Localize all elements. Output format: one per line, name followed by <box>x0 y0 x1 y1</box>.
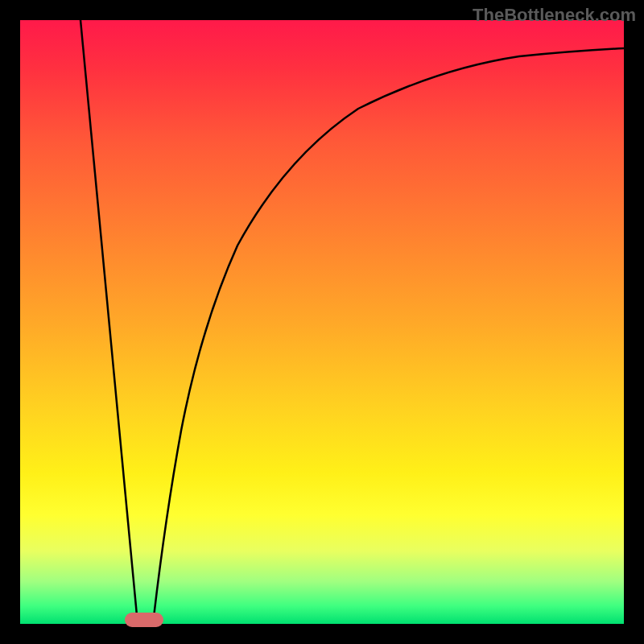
chart-curves-svg <box>20 20 624 624</box>
chart-plot-area <box>20 20 624 624</box>
left-line-path <box>80 20 138 624</box>
right-curve-path <box>153 48 624 624</box>
watermark-text: TheBottleneck.com <box>473 5 636 26</box>
bottleneck-marker <box>125 613 163 627</box>
